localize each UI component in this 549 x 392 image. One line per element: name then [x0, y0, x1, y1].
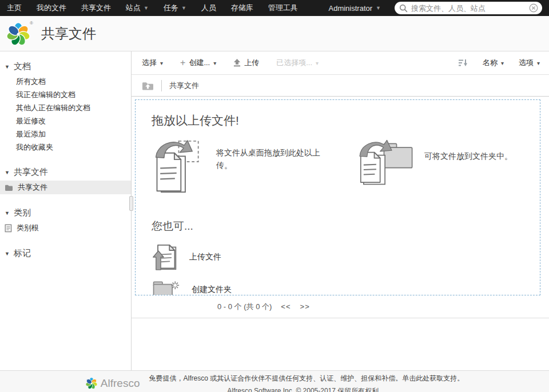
chevron-down-icon: ▾: [213, 60, 216, 66]
create-label: 创建...: [189, 58, 210, 68]
breadcrumb-current: 共享文件: [169, 81, 199, 91]
create-folder-label: 创建文件夹: [192, 285, 232, 295]
tree-item-label: 共享文件: [18, 182, 47, 193]
body-row: ▼ 文档 所有文档 我正在编辑的文档 其他人正在编辑的文档 最近修改 最近添加 …: [0, 51, 549, 370]
upload-button[interactable]: 上传: [233, 58, 259, 68]
nav-label: 站点: [126, 0, 141, 16]
select-button[interactable]: 选择 ▾: [142, 58, 163, 68]
empty-file-list-area: [132, 318, 549, 370]
sort-field-button[interactable]: 名称 ▾: [483, 58, 504, 68]
nav-item-repository[interactable]: 存储库: [224, 0, 261, 16]
sidebar-resize-handle[interactable]: [129, 196, 133, 211]
folder-up-icon[interactable]: [142, 81, 154, 91]
hint-drop-to-folder: 可将文件放到文件夹中。: [357, 138, 533, 186]
section-label: 文档: [14, 61, 31, 72]
section-label: 标记: [14, 248, 31, 259]
page-title: 共享文件: [41, 25, 96, 43]
sidebar-item-all-documents[interactable]: 所有文档: [0, 75, 131, 88]
alfresco-flower-icon: [85, 377, 98, 390]
chevron-down-icon: ▼: [144, 0, 149, 16]
plus-icon: +: [180, 58, 185, 67]
alfresco-logo[interactable]: ®: [6, 21, 32, 47]
tree-item-category-root[interactable]: 类别根: [0, 221, 131, 235]
sidebar-section-categories: ▼ 类别 类别根: [0, 205, 131, 235]
footer-text: 免费提供，Alfresco 或其认证合作伙伴不提供任何支持、认证、维护、担保和补…: [149, 373, 464, 392]
create-folder-icon: [152, 279, 180, 295]
create-button[interactable]: + 创建... ▾: [180, 58, 216, 68]
documents-filter-list: 所有文档 我正在编辑的文档 其他人正在编辑的文档 最近修改 最近添加 我的收藏夹: [0, 75, 131, 154]
section-title-categories[interactable]: ▼ 类别: [0, 205, 131, 221]
section-title-shared-files[interactable]: ▼ 共享文件: [0, 164, 131, 181]
section-title-documents[interactable]: ▼ 文档: [0, 58, 131, 75]
previous-page-button[interactable]: <<: [281, 302, 291, 311]
folder-icon: [5, 184, 13, 191]
nav-item-people[interactable]: 人员: [194, 0, 224, 16]
dropzone-alt-title: 您也可...: [152, 219, 528, 234]
dropzone-hints: 将文件从桌面拖放到此处以上传。: [152, 138, 528, 202]
sidebar-section-documents: ▼ 文档 所有文档 我正在编辑的文档 其他人正在编辑的文档 最近修改 最近添加 …: [0, 58, 131, 154]
selected-items-label: 已选择项...: [276, 58, 312, 68]
main-content: 选择 ▾ + 创建... ▾ 上传 已选择项... ▾: [132, 51, 549, 370]
sort-direction-icon[interactable]: [458, 59, 468, 67]
alfresco-share-page: 主页 我的文件 共享文件 站点▼ 任务▼ 人员 存储库 管理工具 Adminis…: [0, 0, 549, 392]
sidebar-item-im-editing[interactable]: 我正在编辑的文档: [0, 88, 131, 101]
next-page-button[interactable]: >>: [300, 302, 310, 311]
user-menu[interactable]: Administrator ▼: [323, 4, 387, 13]
nav-label: 管理工具: [268, 0, 298, 16]
user-menu-label: Administrator: [329, 4, 373, 13]
toolbar-right-group: 名称 ▾ 选项 ▾: [458, 58, 540, 68]
nav-item-home[interactable]: 主页: [0, 0, 29, 16]
search-box: [395, 2, 542, 14]
upload-label: 上传: [244, 58, 259, 68]
search-icon[interactable]: [399, 4, 408, 13]
nav-label: 人员: [201, 0, 216, 16]
triangle-down-icon: ▼: [5, 210, 10, 216]
file-toolbar: 选择 ▾ + 创建... ▾ 上传 已选择项... ▾: [132, 51, 549, 75]
drop-to-folder-illustration-icon: [357, 138, 414, 186]
sidebar-item-recently-added[interactable]: 最近添加: [0, 127, 131, 141]
nav-item-shared-files[interactable]: 共享文件: [74, 0, 118, 16]
registered-mark: ®: [30, 21, 33, 26]
triangle-down-icon: ▼: [5, 251, 10, 257]
sidebar-section-shared-files: ▼ 共享文件 共享文件: [0, 164, 131, 194]
app-header: ® 共享文件: [0, 16, 549, 51]
nav-item-tasks[interactable]: 任务▼: [156, 0, 194, 16]
upload-file-label: 上传文件: [189, 252, 221, 262]
pagination-range: 0 - 0 个 (共 0 个): [217, 302, 272, 312]
section-title-tags[interactable]: ▼ 标记: [0, 245, 131, 262]
sidebar-item-my-favorites[interactable]: 我的收藏夹: [0, 141, 131, 154]
upload-file-action[interactable]: 上传文件: [152, 243, 221, 271]
create-folder-action[interactable]: 创建文件夹: [152, 279, 232, 295]
support-link[interactable]: 单击此处获取支持。: [402, 374, 464, 382]
nav-item-my-files[interactable]: 我的文件: [29, 0, 74, 16]
options-button[interactable]: 选项 ▾: [519, 58, 540, 68]
sidebar-item-recently-modified[interactable]: 最近修改: [0, 114, 131, 127]
file-drop-zone[interactable]: 拖放以上传文件! 将文件从桌面拖放到此处以: [135, 99, 540, 295]
tree-item-label: 类别根: [17, 223, 39, 233]
footer: Alfresco 免费提供，Alfresco 或其认证合作伙伴不提供任何支持、认…: [0, 370, 549, 392]
upload-icon: [233, 59, 241, 67]
chevron-down-icon: ▼: [376, 5, 381, 11]
breadcrumb-divider: [161, 80, 162, 91]
sidebar-item-others-editing[interactable]: 其他人正在编辑的文档: [0, 101, 131, 114]
nav-label: 主页: [7, 0, 22, 16]
select-label: 选择: [142, 58, 157, 68]
hint-desktop-text: 将文件从桌面拖放到此处以上传。: [216, 147, 320, 171]
nav-item-admin-tools[interactable]: 管理工具: [261, 0, 305, 16]
hint-folder-text: 可将文件放到文件夹中。: [424, 150, 533, 163]
nav-label: 任务: [164, 0, 178, 16]
search-input[interactable]: [411, 4, 529, 13]
chevron-down-icon: ▾: [537, 60, 540, 66]
dropzone-title: 拖放以上传文件!: [152, 113, 528, 129]
selected-items-button[interactable]: 已选择项... ▾: [276, 58, 319, 68]
tree-item-shared-files[interactable]: 共享文件: [0, 181, 131, 194]
nav-label: 我的文件: [37, 0, 66, 16]
chevron-down-icon: ▼: [181, 0, 186, 16]
footer-brand: Alfresco: [101, 377, 140, 390]
triangle-down-icon: ▼: [5, 64, 10, 70]
nav-item-sites[interactable]: 站点▼: [118, 0, 156, 16]
sort-field-label: 名称: [483, 58, 498, 68]
nav-label: 存储库: [231, 0, 253, 16]
chevron-down-icon: ▾: [501, 60, 504, 66]
clear-search-icon[interactable]: [529, 3, 538, 13]
